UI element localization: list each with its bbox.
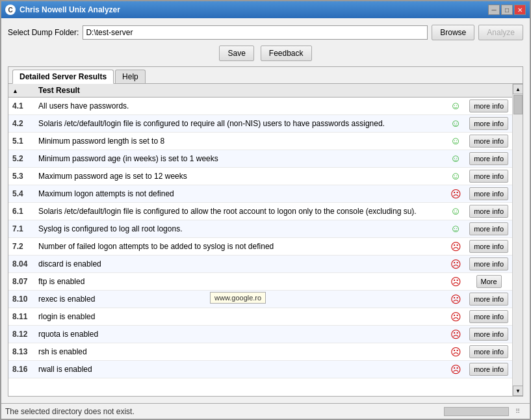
more-info-button[interactable]: more info: [469, 152, 508, 165]
row-result: rwall is enabled: [34, 361, 446, 378]
row-action-cell: more info: [465, 256, 512, 273]
row-result: rlogin is enabled: [34, 308, 446, 326]
tooltip: www.google.ro: [210, 292, 266, 304]
minimize-button[interactable]: ─: [488, 5, 500, 15]
dump-folder-label: Select Dump Folder:: [8, 28, 79, 37]
tab-header: Detailed Server Results Help: [8, 67, 523, 84]
row-result: ftp is enabled: [34, 273, 446, 291]
more-info-button[interactable]: more info: [469, 117, 508, 130]
row-action-cell: more info: [465, 361, 512, 378]
more-info-button[interactable]: more info: [469, 187, 508, 200]
row-action-cell: more info: [465, 133, 512, 150]
row-status-icon: ☹: [446, 291, 465, 308]
window-title: Chris Nowell Unix Analyzer: [19, 5, 120, 14]
row-action-cell: more info: [465, 115, 512, 133]
row-status-icon: ☹: [446, 361, 465, 378]
smiley-green-icon: ☺: [450, 100, 461, 111]
smiley-green-icon: ☺: [450, 205, 461, 217]
row-status-icon: ☹: [446, 308, 465, 326]
main-content: Select Dump Folder: Browse Analyze Save …: [1, 18, 530, 403]
browse-button[interactable]: Browse: [432, 25, 474, 40]
row-result: discard is enabled: [34, 256, 446, 273]
row-status-icon: ☺: [446, 203, 465, 220]
resize-grip: ⠿: [515, 406, 526, 417]
more-info-button[interactable]: more info: [469, 135, 508, 148]
row-result: Maximum logon attempts is not defined: [34, 185, 446, 203]
row-status-icon: ☹: [446, 343, 465, 361]
row-result: Number of failed logon attempts to be ad…: [34, 238, 446, 256]
results-table-container[interactable]: ▲ Test Result 4.1All users have password…: [8, 84, 512, 396]
feedback-button[interactable]: Feedback: [261, 46, 312, 61]
row-number: 8.13: [8, 343, 34, 361]
row-action-cell: more info: [465, 168, 512, 185]
save-button[interactable]: Save: [219, 46, 253, 61]
scroll-down-button[interactable]: ▼: [513, 386, 523, 396]
title-bar-left: C Chris Nowell Unix Analyzer: [5, 5, 120, 15]
smiley-green-icon: ☺: [450, 170, 461, 181]
row-result: rsh is enabled: [34, 343, 446, 361]
row-number: 5.4: [8, 185, 34, 203]
close-button[interactable]: ✕: [514, 5, 526, 15]
dump-folder-row: Select Dump Folder: Browse Analyze: [8, 25, 523, 40]
dump-folder-input[interactable]: [83, 25, 428, 40]
row-status-icon: ☺: [446, 115, 465, 133]
more-info-button[interactable]: more info: [469, 222, 508, 235]
more-info-button[interactable]: more info: [469, 257, 508, 270]
row-result: Maximum password age is set to 12 weeks: [34, 168, 446, 185]
more-info-button[interactable]: more info: [469, 363, 508, 376]
more-info-button[interactable]: more info: [469, 205, 508, 218]
row-status-icon: ☺: [446, 98, 465, 115]
tab-detailed-server-results[interactable]: Detailed Server Results: [12, 70, 114, 84]
sort-arrow-icon: ▲: [12, 88, 18, 94]
row-result: Solaris /etc/default/login file is confi…: [34, 115, 446, 133]
row-status-icon: ☺: [446, 150, 465, 168]
more-info-button[interactable]: more info: [469, 328, 508, 341]
row-action-cell: more info: [465, 238, 512, 256]
row-status-icon: ☹: [446, 238, 465, 256]
more-info-button[interactable]: more info: [469, 345, 508, 358]
row-status-icon: ☹: [446, 185, 465, 203]
row-number: 5.3: [8, 168, 34, 185]
row-status-icon: ☺: [446, 220, 465, 238]
row-action-cell: more info: [465, 203, 512, 220]
more-info-button[interactable]: more info: [469, 170, 508, 183]
table-row: 5.3Maximum password age is set to 12 wee…: [8, 168, 512, 185]
more-info-button[interactable]: more info: [469, 240, 508, 253]
window-controls: ─ □ ✕: [488, 5, 526, 15]
smiley-red-icon: ☹: [450, 276, 461, 287]
more-info-button[interactable]: more info: [469, 99, 508, 112]
row-number: 4.2: [8, 115, 34, 133]
scroll-thumb[interactable]: [513, 95, 523, 114]
more-info-button[interactable]: more info: [469, 310, 508, 323]
more-info-button[interactable]: more info: [469, 293, 508, 306]
table-row: 8.04discard is enabled☹more info: [8, 256, 512, 273]
row-number: 6.1: [8, 203, 34, 220]
scroll-up-button[interactable]: ▲: [513, 84, 523, 94]
col-status-header: [446, 84, 465, 98]
row-number: 8.16: [8, 361, 34, 378]
row-status-icon: ☹: [446, 326, 465, 343]
row-status-icon: ☺: [446, 133, 465, 150]
table-row: 8.11rlogin is enabled☹more info: [8, 308, 512, 326]
tabs-area: Detailed Server Results Help ▲: [8, 66, 523, 397]
scrollbar[interactable]: ▲ ▼: [512, 84, 523, 396]
row-result: Minimum password age (in weeks) is set t…: [34, 150, 446, 168]
row-number: 8.07: [8, 273, 34, 291]
analyze-button[interactable]: Analyze: [478, 25, 523, 40]
title-bar: C Chris Nowell Unix Analyzer ─ □ ✕: [1, 1, 530, 18]
table-row: 7.1Syslog is configured to log all root …: [8, 220, 512, 238]
table-row: 5.2Minimum password age (in weeks) is se…: [8, 150, 512, 168]
results-table-body: 4.1All users have passwords.☺more info4.…: [8, 98, 512, 378]
smiley-red-icon: ☹: [450, 329, 461, 340]
smiley-red-icon: ☹: [450, 241, 461, 252]
progress-bar: [444, 407, 509, 416]
row-number: 5.1: [8, 133, 34, 150]
row-action-cell: more info: [465, 150, 512, 168]
row-status-icon: ☹: [446, 256, 465, 273]
scroll-track[interactable]: [513, 94, 523, 386]
row-number: 8.04: [8, 256, 34, 273]
row-action-cell: more info: [465, 308, 512, 326]
tab-help[interactable]: Help: [115, 70, 146, 83]
more-info-button[interactable]: More: [476, 275, 502, 288]
maximize-button[interactable]: □: [501, 5, 513, 15]
